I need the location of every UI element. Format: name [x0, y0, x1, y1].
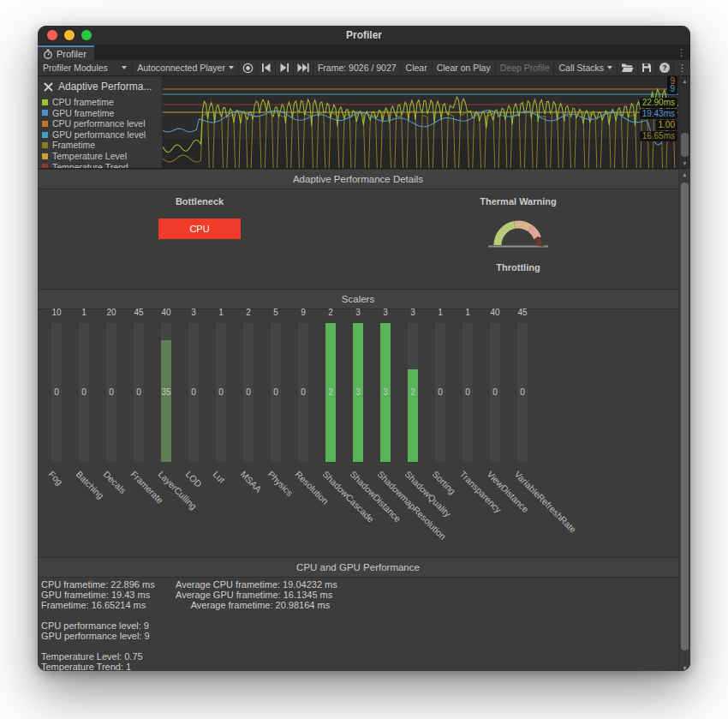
scaler-max-value: 3: [372, 308, 399, 317]
scaler-current-value: 0: [243, 387, 254, 397]
scaler-bar: 35: [161, 323, 171, 462]
clear-on-play-label: Clear on Play: [437, 63, 491, 73]
tab-profiler[interactable]: Profiler: [38, 45, 94, 60]
zoom-window-button[interactable]: [81, 30, 92, 40]
scaler-bar: 0: [51, 323, 62, 462]
tools-icon: [43, 81, 54, 93]
call-stacks-dropdown[interactable]: Call Stacks: [554, 60, 618, 75]
profiler-window: Profiler Profiler ⋮ Profiler Modules Aut…: [38, 26, 690, 671]
scaler-max-value: 10: [43, 308, 70, 317]
help-icon: ?: [659, 63, 670, 73]
performance-stat-line: Temperature Level: 0.75: [41, 651, 155, 662]
performance-stat-line: [41, 641, 155, 651]
scaler-current-value: 0: [79, 387, 89, 397]
chart-scrollbar-thumb[interactable]: [681, 133, 689, 157]
current-frame-button[interactable]: [294, 60, 313, 75]
scaler-name-label: Batching: [75, 469, 106, 500]
deep-profile-button: Deep Profile: [496, 60, 555, 75]
scroll-down-icon[interactable]: ▼: [679, 160, 690, 166]
scaler-current-value: 2: [408, 387, 418, 397]
scaler-bar: 0: [271, 323, 281, 462]
minimize-window-button[interactable]: [64, 30, 75, 40]
scaler-name-label: Decals: [102, 469, 128, 495]
help-button[interactable]: ?: [656, 60, 674, 75]
scaler-max-value: 20: [98, 308, 125, 317]
load-profile-button[interactable]: [618, 60, 638, 75]
scaler-bar: 2: [325, 323, 336, 462]
legend-item[interactable]: GPU performance level: [42, 129, 158, 141]
toolbar-menu-button[interactable]: ⋮: [674, 60, 690, 75]
legend-item[interactable]: Temperature Level: [42, 151, 158, 162]
chart-value-badge: 16.65ms: [640, 131, 677, 141]
scaler-max-value: 2: [317, 308, 344, 317]
chevron-down-icon: [229, 66, 234, 69]
target-dropdown[interactable]: Autoconnected Player: [133, 60, 239, 75]
timeline-chart[interactable]: 9922.90ms19.43ms1.0016.65ms: [163, 76, 678, 168]
module-title: Adaptive Performa...: [58, 81, 152, 93]
scroll-up-icon[interactable]: ▲: [679, 171, 690, 177]
scaler-current-value: 0: [462, 387, 473, 397]
legend-item[interactable]: Temperature Trend: [42, 162, 158, 168]
window-title: Profiler: [346, 29, 382, 41]
prev-frame-button[interactable]: [258, 60, 276, 75]
scaler-current-value: 3: [353, 387, 363, 397]
legend-item[interactable]: Frametime: [42, 140, 158, 151]
next-frame-button[interactable]: [276, 60, 294, 75]
clear-label: Clear: [406, 63, 427, 73]
traffic-lights: [47, 30, 92, 40]
chart-scrollbar[interactable]: ▲ ▼: [678, 76, 690, 168]
scaler-bar: 0: [490, 323, 500, 462]
scroll-down-icon[interactable]: ▼: [679, 665, 690, 671]
legend-label: GPU performance level: [52, 129, 146, 141]
frame-counter-label: Frame: 9026 / 9027: [318, 63, 397, 73]
scaler-bar: 0: [216, 323, 226, 462]
performance-stat-line: [41, 610, 155, 620]
performance-average-line: Average frametime: 20.98164 ms: [176, 600, 337, 610]
performance-stat-line: CPU frametime: 22.896 ms: [41, 579, 155, 590]
chart-value-badge: 22.90ms: [640, 98, 677, 108]
record-button[interactable]: [239, 60, 258, 75]
legend-item[interactable]: CPU frametime: [42, 97, 158, 108]
record-icon: [242, 63, 254, 74]
close-window-button[interactable]: [47, 30, 57, 40]
next-frame-icon: [279, 63, 289, 72]
scaler-current-value: 0: [106, 387, 116, 397]
details-content: Adaptive Performance Details Bottleneck …: [38, 169, 678, 671]
legend-swatch: [42, 99, 48, 105]
legend-swatch: [42, 153, 48, 159]
scaler-name-label: Lut: [212, 469, 228, 485]
performance-stats-right: Average CPU frametime: 19.04232 msAverag…: [176, 579, 337, 610]
legend-item[interactable]: GPU frametime: [42, 108, 158, 119]
frame-counter: Frame: 9026 / 9027: [313, 60, 402, 75]
scaler-current-value: 0: [517, 387, 528, 397]
legend-item[interactable]: CPU performance level: [42, 118, 158, 129]
scaler-max-value: 2: [235, 308, 262, 317]
scaler-name-label: Physics: [266, 469, 295, 498]
legend-swatch: [42, 142, 48, 148]
legend-label: CPU frametime: [52, 97, 114, 108]
tab-menu-icon[interactable]: ⋮: [677, 47, 686, 58]
thermal-state-label: Throttling: [458, 262, 578, 273]
scaler-bar: 2: [408, 323, 418, 462]
deep-profile-label: Deep Profile: [500, 63, 550, 73]
details-scrollbar[interactable]: ▲ ▼: [678, 169, 690, 671]
scaler-max-value: 9: [289, 308, 317, 317]
details-scrollbar-thumb[interactable]: [681, 183, 689, 650]
profiler-modules-dropdown[interactable]: Profiler Modules: [38, 60, 133, 75]
clear-button[interactable]: Clear: [402, 60, 433, 75]
thermal-warning-label: Thermal Warning: [458, 196, 578, 207]
module-header[interactable]: Adaptive Performa...: [43, 81, 158, 93]
scaler-bar: 0: [435, 323, 445, 462]
scaler-bar: 0: [188, 323, 199, 462]
scroll-up-icon[interactable]: ▲: [679, 78, 690, 84]
scaler-name-label: LOD: [184, 469, 205, 489]
clear-on-play-button[interactable]: Clear on Play: [433, 60, 496, 75]
legend-swatch: [42, 132, 48, 138]
save-profile-button[interactable]: [638, 60, 656, 75]
scaler-current-value: 0: [216, 387, 226, 397]
profiler-modules-label: Profiler Modules: [43, 63, 108, 73]
scaler-current-value: 0: [298, 387, 308, 397]
scaler-max-value: 1: [70, 308, 98, 317]
title-bar: Profiler: [38, 26, 690, 45]
scaler-bar: 0: [106, 323, 116, 462]
